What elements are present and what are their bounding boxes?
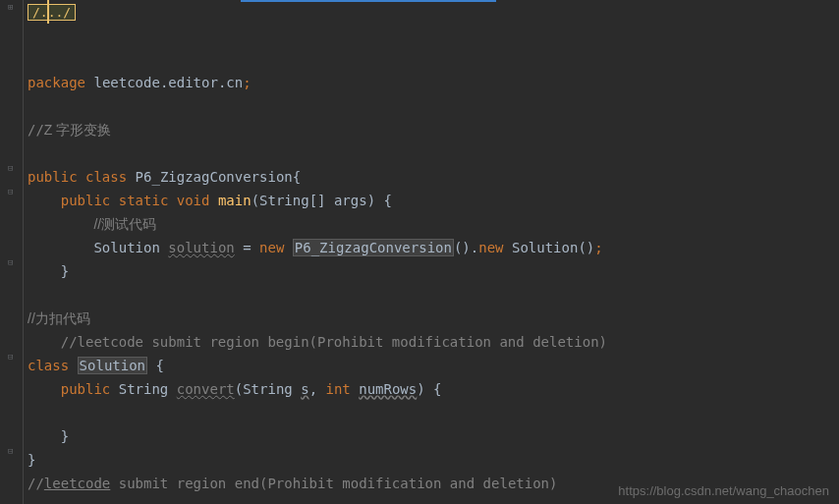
code-line[interactable]: class Solution {	[28, 354, 839, 377]
comment-text: Z 字形变换	[44, 122, 111, 138]
param: s	[301, 381, 308, 397]
folded-region[interactable]: /.../	[28, 4, 76, 21]
fold-close-icon[interactable]: ⊟	[8, 257, 13, 267]
code-line[interactable]: public String convert(String s, int numR…	[28, 377, 839, 401]
code-line[interactable]: public class P6_ZigzagConversion{	[28, 165, 839, 189]
comment: //测试代码	[93, 216, 156, 232]
code-line[interactable]: }	[28, 448, 839, 472]
type: Solution	[93, 240, 159, 255]
fold-minus-icon[interactable]: ⊟	[8, 163, 13, 173]
keyword: public	[61, 381, 111, 397]
watermark-text: https://blog.csdn.net/wang_chaochen	[618, 483, 829, 498]
keyword: static	[119, 193, 169, 208]
keyword: class	[85, 169, 127, 185]
fold-close-icon[interactable]: ⊟	[8, 446, 13, 456]
code-line[interactable]: //leetcode submit region begin(Prohibit …	[28, 330, 839, 354]
code-line[interactable]: //Z 字形变换	[28, 118, 839, 141]
comment: //力扣代码	[28, 310, 90, 326]
code-line[interactable]	[28, 401, 839, 424]
code-line[interactable]: Solution solution = new P6_ZigzagConvers…	[28, 236, 839, 259]
keyword-package: package	[28, 75, 85, 90]
param: numRows	[359, 381, 417, 397]
change-marker	[47, 0, 49, 24]
comment: //	[28, 122, 44, 138]
keyword: int	[325, 381, 350, 397]
code-line[interactable]	[28, 47, 839, 71]
code-line[interactable]	[28, 94, 839, 118]
method-name: main	[218, 193, 252, 208]
keyword: public	[61, 193, 111, 208]
code-line[interactable]	[28, 141, 839, 165]
code-line[interactable]: }	[28, 259, 839, 283]
class-name: P6_ZigzagConversion	[136, 169, 293, 185]
code-line[interactable]: //力扣代码	[28, 307, 839, 330]
fold-plus-icon[interactable]: ⊞	[8, 2, 13, 12]
keyword: new	[259, 240, 284, 255]
code-line[interactable]: public static void main(String[] args) {	[28, 189, 839, 212]
code-line[interactable]: package leetcode.editor.cn;	[28, 71, 839, 94]
keyword: class	[28, 358, 69, 373]
keyword: new	[478, 240, 503, 255]
class-ref-highlight: P6_ZigzagConversion	[293, 239, 454, 256]
code-line[interactable]	[28, 24, 839, 47]
keyword: void	[177, 193, 210, 208]
code-line[interactable]	[28, 283, 839, 307]
code-area[interactable]: /.../ package leetcode.editor.cn; //Z 字形…	[24, 0, 839, 504]
package-name: leetcode.editor.cn	[93, 75, 243, 90]
gutter[interactable]: ⊞ ⊟ ⊟ ⊟ ⊟ ⊟	[0, 0, 24, 504]
variable: solution	[168, 240, 234, 255]
comment: //leetcode submit region begin(Prohibit …	[61, 334, 607, 350]
fold-minus-icon[interactable]: ⊟	[8, 187, 13, 196]
code-line[interactable]: //测试代码	[28, 212, 839, 236]
code-line[interactable]: }	[28, 424, 839, 448]
code-line[interactable]: /.../	[28, 0, 839, 24]
class-name-highlight: Solution	[78, 357, 147, 374]
comment: submit region end(Prohibit modification …	[110, 476, 557, 491]
fold-minus-icon[interactable]: ⊟	[8, 352, 13, 362]
method-name: convert	[177, 381, 235, 397]
code-editor[interactable]: ⊞ ⊟ ⊟ ⊟ ⊟ ⊟ /.../ package leetcode.edito…	[0, 0, 839, 504]
keyword: public	[28, 169, 78, 185]
